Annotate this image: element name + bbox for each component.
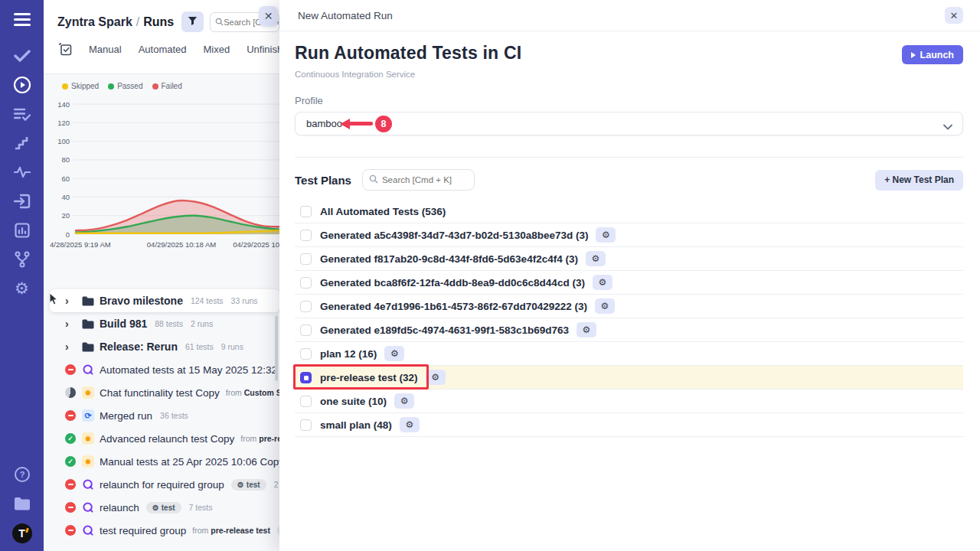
manual-run-icon: ✸ <box>82 432 94 445</box>
filter-button[interactable] <box>181 11 204 32</box>
bulk-select-icon[interactable] <box>59 43 72 56</box>
plan-checkbox[interactable] <box>300 206 312 217</box>
run-row[interactable]: Automated tests at 15 May 2025 12:32from… <box>50 358 279 381</box>
avatar[interactable]: T <box>12 523 32 543</box>
list-check-icon[interactable] <box>13 105 31 123</box>
plan-label: Generated f817ab20-9c8d-434f-8fd6-5d63e4… <box>320 253 578 265</box>
sign-in-icon[interactable] <box>13 192 31 210</box>
plan-settings-gear-icon[interactable]: ⚙ <box>577 322 596 337</box>
projects-folder-icon[interactable] <box>13 494 31 513</box>
gear-icon[interactable]: ⚙ <box>13 279 31 298</box>
legend-item: Passed <box>108 82 142 90</box>
plan-checkbox[interactable] <box>300 230 312 241</box>
run-title: test required group <box>100 525 186 536</box>
plan-checkbox[interactable] <box>300 277 312 289</box>
run-title: Build 981 <box>100 318 147 330</box>
search-icon <box>369 173 378 187</box>
test-plan-row[interactable]: Generated bca8f6f2-12fa-4ddb-8ea9-dd0c6c… <box>295 271 963 295</box>
plan-settings-gear-icon[interactable]: ⚙ <box>384 346 404 361</box>
run-row[interactable]: ›Bravo milestone124 tests33 runs <box>50 289 279 312</box>
plan-checkbox[interactable] <box>300 396 312 407</box>
test-plans-search-input[interactable] <box>382 175 466 184</box>
activity-icon[interactable] <box>13 163 31 181</box>
service-subtitle: Continuous Integration Service <box>295 70 963 79</box>
help-icon[interactable]: ? <box>13 465 31 484</box>
chart-legend: SkippedPassedFailed <box>44 74 279 90</box>
plan-settings-gear-icon[interactable]: ⚙ <box>400 417 420 432</box>
run-row[interactable]: relaunch for required group⚙test2 tests <box>50 473 279 496</box>
plan-settings-gear-icon[interactable]: ⚙ <box>426 370 446 385</box>
play-circle-icon[interactable] <box>13 76 31 94</box>
expand-chevron-icon[interactable]: › <box>65 341 77 353</box>
folder-icon <box>82 295 94 307</box>
run-row[interactable]: ›Release: Rerun61 tests9 runs <box>50 335 279 358</box>
test-plan-row[interactable]: Generated a5c4398f-34d7-43d7-b02d-5130a8… <box>295 223 963 247</box>
test-plans-search[interactable] <box>362 169 475 191</box>
svg-text:100: 100 <box>57 137 70 145</box>
plan-checkbox[interactable] <box>300 324 312 336</box>
profile-select[interactable]: bamboo 8 <box>295 112 963 135</box>
legend-dot-icon <box>62 83 68 90</box>
run-row[interactable]: ✓✸Advanced relaunch test Copyfrom pre-re… <box>50 427 279 450</box>
check-icon[interactable] <box>13 47 31 65</box>
tab-unfinished[interactable]: Unfinished <box>247 44 279 55</box>
launch-button[interactable]: Launch <box>902 45 963 64</box>
new-test-plan-button[interactable]: + New Test Plan <box>875 170 963 191</box>
run-from: from pre-release test <box>240 434 279 443</box>
run-title: relaunch <box>100 502 139 514</box>
plan-settings-gear-icon[interactable]: ⚙ <box>394 393 414 409</box>
run-status-blocked-icon <box>65 502 77 513</box>
test-plan-row[interactable]: one suite (10)⚙ <box>295 390 963 413</box>
plan-checkbox[interactable] <box>300 372 312 383</box>
automation-run-icon <box>82 478 94 491</box>
run-status-passed-icon: ✓ <box>65 433 77 444</box>
tab-mixed[interactable]: Mixed <box>204 44 230 55</box>
branch-icon[interactable] <box>13 250 31 269</box>
test-plan-row[interactable]: pre-release test (32)⚙ <box>295 366 963 390</box>
steps-icon[interactable] <box>13 134 31 152</box>
run-meta: 36 tests <box>160 411 188 420</box>
run-row[interactable]: ⟳Merged run36 tests <box>50 404 279 427</box>
svg-text:4/28/2025 9:19 AM: 4/28/2025 9:19 AM <box>50 240 111 249</box>
manual-run-icon: ✸ <box>82 386 94 399</box>
modal-close-icon[interactable]: ✕ <box>945 7 963 24</box>
run-row[interactable]: test required groupfrom pre-release test… <box>50 519 279 542</box>
plan-checkbox[interactable] <box>300 301 312 312</box>
plan-settings-gear-icon[interactable]: ⚙ <box>593 275 612 290</box>
plan-checkbox[interactable] <box>300 419 312 431</box>
run-row[interactable]: ›Build 98188 tests2 runs <box>50 312 279 335</box>
plan-checkbox[interactable] <box>300 348 312 360</box>
plan-settings-gear-icon[interactable]: ⚙ <box>595 298 615 314</box>
menu-icon[interactable] <box>13 11 31 29</box>
test-plan-row[interactable]: Generated f817ab20-9c8d-434f-8fd6-5d63e4… <box>295 247 963 271</box>
svg-text:80: 80 <box>61 155 70 164</box>
run-row[interactable]: relaunch⚙test7 tests <box>50 496 279 519</box>
folder-icon <box>82 341 94 353</box>
chevron-down-icon <box>943 119 952 133</box>
scrollbar[interactable] <box>275 315 278 381</box>
run-status-blocked-icon <box>65 479 77 490</box>
expand-chevron-icon[interactable]: › <box>65 295 77 307</box>
run-title: Merged run <box>100 410 152 422</box>
tab-automated[interactable]: Automated <box>139 44 187 55</box>
run-row[interactable]: ✸Chat functinality test Copyfrom Custom … <box>50 381 279 404</box>
test-plan-row[interactable]: All Automated Tests (536) <box>295 200 963 223</box>
test-plan-row[interactable]: Generated e189fd5c-4974-4631-99f1-583c1b… <box>295 318 963 342</box>
test-plan-row[interactable]: Generated 4e7d1996-1b61-4573-86f2-67dd70… <box>295 295 963 318</box>
run-title: Bravo milestone <box>100 295 183 307</box>
expand-chevron-icon[interactable]: › <box>65 318 77 330</box>
test-plan-row[interactable]: plan 12 (16)⚙ <box>295 342 963 366</box>
project-name: Zyntra Spark <box>57 15 132 28</box>
report-chart-icon[interactable] <box>13 221 31 240</box>
run-meta: 7 tests <box>189 503 213 512</box>
app-sidebar: ⚙ ? T <box>0 0 44 551</box>
plan-settings-gear-icon[interactable]: ⚙ <box>596 227 616 243</box>
tab-manual[interactable]: Manual <box>89 44 122 55</box>
svg-text:60: 60 <box>61 174 70 183</box>
plan-checkbox[interactable] <box>300 253 312 265</box>
close-icon[interactable]: ✕ <box>259 6 278 26</box>
run-row[interactable]: ✓✸Manual tests at 25 Apr 2025 10:06 Copy… <box>50 450 279 473</box>
plan-settings-gear-icon[interactable]: ⚙ <box>586 251 606 266</box>
test-plan-row[interactable]: small plan (48)⚙ <box>295 413 963 437</box>
svg-text:40: 40 <box>61 193 70 201</box>
